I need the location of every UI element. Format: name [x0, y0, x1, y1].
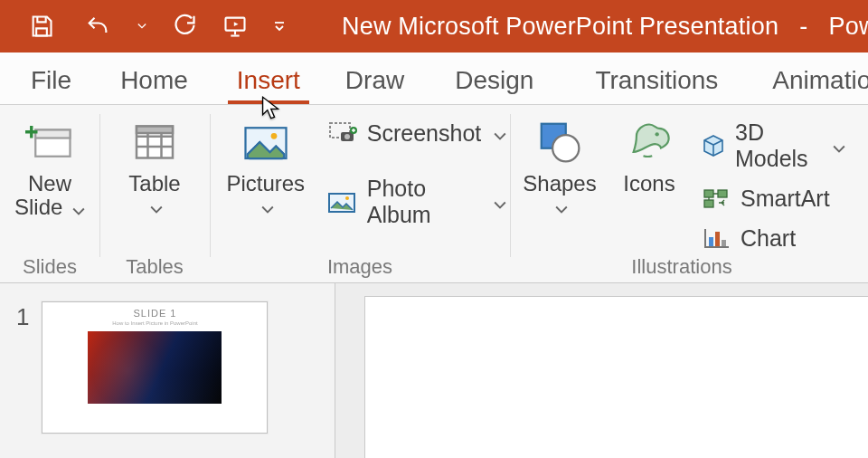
new-slide-button[interactable]: New Slide	[5, 110, 95, 221]
chevron-down-icon	[72, 197, 85, 221]
thumb-subtitle: How to Insert Picture in PowerPoint	[112, 320, 197, 326]
slide-canvas[interactable]: Adding YouT	[364, 296, 868, 458]
slide-canvas-pane[interactable]: Adding YouT	[335, 283, 868, 458]
photo-album-button[interactable]: Photo Album	[324, 174, 510, 230]
group-tables: Table Tables	[99, 105, 210, 282]
group-images: Pictures Screenshot	[210, 105, 510, 282]
photo-album-icon	[327, 188, 358, 215]
start-slideshow-button[interactable]	[219, 10, 251, 43]
slide-number: 1	[16, 303, 29, 331]
svg-rect-4	[137, 127, 173, 134]
chart-icon	[701, 224, 731, 252]
svg-point-6	[270, 133, 277, 139]
svg-rect-16	[704, 190, 713, 197]
title-separator: -	[786, 13, 822, 40]
new-slide-label-1: New	[28, 172, 71, 196]
shapes-label: Shapes	[523, 172, 596, 196]
table-button[interactable]: Table	[109, 110, 200, 219]
smartart-icon	[701, 185, 731, 212]
group-illustrations-label: Illustrations	[510, 255, 854, 279]
tab-home[interactable]: Home	[90, 57, 219, 104]
title-bar: New Microsoft PowerPoint Presentation - …	[0, 0, 868, 52]
document-title: New Microsoft PowerPoint Presentation	[342, 13, 778, 40]
smartart-label: SmartArt	[741, 186, 830, 212]
slide-thumbnails-pane[interactable]: 1 SLIDE 1 How to Insert Picture in Power…	[0, 283, 335, 458]
svg-point-15	[656, 132, 659, 136]
tab-design[interactable]: Design	[422, 57, 552, 104]
smartart-button[interactable]: SmartArt	[697, 183, 849, 214]
svg-rect-18	[704, 200, 713, 207]
tab-insert[interactable]: Insert	[219, 57, 318, 104]
pictures-label: Pictures	[226, 172, 305, 196]
group-illustrations: Shapes Icons	[510, 105, 854, 282]
chevron-down-icon	[494, 120, 506, 147]
screenshot-label: Screenshot	[367, 120, 481, 147]
screenshot-button[interactable]: Screenshot	[324, 118, 510, 148]
save-button[interactable]	[25, 10, 58, 43]
3d-models-button[interactable]: 3D Models	[697, 118, 849, 174]
icons-button[interactable]: Icons	[605, 110, 693, 196]
customize-qat-button[interactable]	[271, 10, 288, 43]
svg-rect-19	[709, 237, 713, 246]
slide-thumbnail-1[interactable]: SLIDE 1 How to Insert Picture in PowerPo…	[42, 301, 268, 434]
svg-point-14	[552, 135, 579, 161]
shapes-button[interactable]: Shapes	[514, 110, 605, 219]
redo-button[interactable]	[166, 10, 199, 43]
group-images-label: Images	[210, 255, 510, 279]
chevron-down-icon	[261, 196, 274, 219]
new-slide-icon	[25, 118, 74, 167]
svg-rect-2	[35, 130, 70, 138]
photo-album-label: Photo Album	[367, 176, 470, 228]
svg-rect-17	[718, 190, 727, 197]
editor-area: 1 SLIDE 1 How to Insert Picture in Power…	[0, 283, 868, 458]
table-label: Table	[128, 172, 180, 196]
svg-rect-20	[715, 232, 720, 246]
pictures-button[interactable]: Pictures	[210, 110, 322, 219]
chevron-down-icon	[494, 189, 506, 215]
thumb-title: SLIDE 1	[133, 308, 176, 319]
icons-icon	[625, 118, 674, 167]
undo-button[interactable]	[78, 10, 118, 43]
screenshot-icon	[327, 119, 358, 147]
tab-draw[interactable]: Draw	[318, 57, 422, 104]
icons-label: Icons	[623, 172, 675, 196]
group-slides-label: Slides	[0, 255, 99, 279]
svg-point-12	[345, 196, 349, 200]
shapes-icon	[535, 118, 584, 167]
ribbon-tabs: File Home Insert Draw Design Transitions…	[0, 52, 868, 105]
tab-transitions[interactable]: Transitions	[552, 57, 736, 104]
chart-label: Chart	[741, 225, 796, 252]
cube-icon	[701, 132, 726, 159]
tab-animations[interactable]: Animations	[736, 57, 868, 104]
3d-models-label: 3D Models	[735, 119, 815, 172]
undo-history-dropdown[interactable]	[137, 23, 146, 30]
table-icon	[130, 118, 179, 167]
group-tables-label: Tables	[99, 255, 210, 279]
group-slides: New Slide Slides	[0, 105, 99, 282]
svg-rect-21	[722, 240, 726, 246]
svg-point-9	[344, 134, 350, 139]
new-slide-label-2: Slide	[14, 195, 62, 219]
ribbon: New Slide Slides Table	[0, 105, 868, 283]
window-title: New Microsoft PowerPoint Presentation - …	[288, 13, 868, 41]
tab-file[interactable]: File	[13, 57, 90, 104]
thumb-image	[88, 331, 222, 404]
chart-button[interactable]: Chart	[697, 223, 849, 253]
chevron-down-icon	[150, 196, 163, 219]
chevron-down-icon	[833, 133, 845, 159]
quick-access-toolbar	[0, 10, 288, 43]
pictures-icon	[241, 118, 290, 167]
chevron-down-icon	[555, 196, 568, 219]
app-name: PowerP...	[829, 13, 868, 40]
